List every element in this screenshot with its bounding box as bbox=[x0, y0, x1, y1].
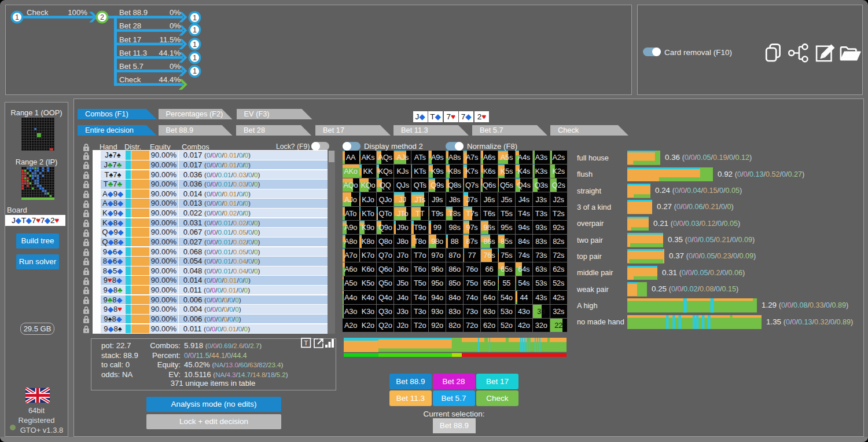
svg-text:1: 1 bbox=[193, 14, 197, 22]
svg-text:1: 1 bbox=[193, 54, 197, 62]
svg-text:Bet 88.9: Bet 88.9 bbox=[119, 8, 148, 17]
svg-text:Bet 11.3: Bet 11.3 bbox=[119, 49, 147, 57]
svg-text:2: 2 bbox=[100, 13, 104, 21]
svg-text:44.4%: 44.4% bbox=[159, 75, 181, 84]
svg-text:Bet 17: Bet 17 bbox=[119, 35, 141, 44]
svg-text:0%: 0% bbox=[170, 62, 181, 71]
svg-text:1: 1 bbox=[193, 26, 197, 34]
svg-text:11.5%: 11.5% bbox=[160, 35, 181, 44]
svg-text:44.1%: 44.1% bbox=[159, 49, 181, 57]
svg-text:1: 1 bbox=[15, 13, 19, 21]
svg-text:Check: Check bbox=[27, 8, 49, 17]
svg-text:1: 1 bbox=[193, 41, 197, 49]
svg-text:1: 1 bbox=[193, 67, 197, 75]
svg-text:0%: 0% bbox=[170, 21, 181, 30]
svg-text:T: T bbox=[304, 339, 308, 346]
svg-text:0%: 0% bbox=[170, 8, 181, 17]
svg-text:100%: 100% bbox=[68, 8, 87, 17]
svg-text:Bet 5.7: Bet 5.7 bbox=[119, 62, 144, 71]
svg-text:Bet 28: Bet 28 bbox=[119, 21, 141, 30]
svg-text:Check: Check bbox=[119, 75, 141, 84]
